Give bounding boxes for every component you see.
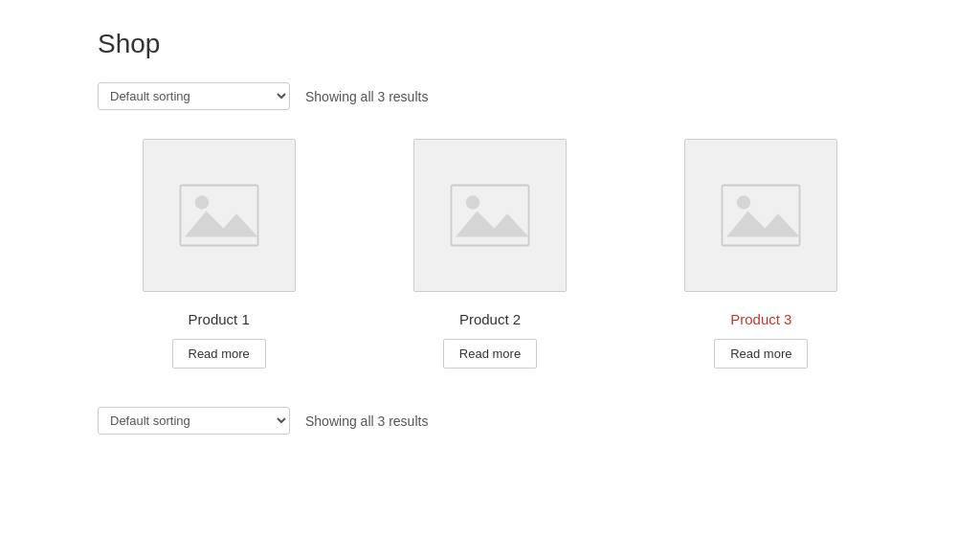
product-image-2 <box>413 139 567 292</box>
top-toolbar: Default sorting Sort by popularity Sort … <box>98 82 882 110</box>
product-name-1: Product 1 <box>189 311 250 327</box>
page-container: Shop Default sorting Sort by popularity … <box>59 0 921 463</box>
svg-point-4 <box>466 195 479 209</box>
svg-marker-2 <box>185 212 258 237</box>
product-card-1: Product 1 Read more <box>98 139 340 369</box>
product-card-3: Product 3 Read more <box>640 139 882 369</box>
results-count-bottom: Showing all 3 results <box>305 414 428 429</box>
product-image-3 <box>684 139 837 292</box>
read-more-button-2[interactable]: Read more <box>443 339 537 369</box>
product-name-2: Product 2 <box>459 311 521 327</box>
results-count-top: Showing all 3 results <box>305 89 428 104</box>
product-card-2: Product 2 Read more <box>368 139 611 369</box>
sort-select-bottom[interactable]: Default sorting Sort by popularity Sort … <box>98 407 290 435</box>
bottom-toolbar: Default sorting Sort by popularity Sort … <box>98 407 882 435</box>
read-more-button-3[interactable]: Read more <box>714 339 808 369</box>
svg-point-1 <box>194 195 208 209</box>
svg-marker-8 <box>726 212 800 237</box>
product-name-3: Product 3 <box>730 311 791 327</box>
page-title: Shop <box>98 29 882 59</box>
product-image-1 <box>143 139 296 292</box>
sort-select-top[interactable]: Default sorting Sort by popularity Sort … <box>98 82 290 110</box>
svg-point-7 <box>737 195 750 209</box>
products-grid: Product 1 Read more Product 2 Read more <box>98 139 882 369</box>
svg-marker-5 <box>456 212 529 237</box>
read-more-button-1[interactable]: Read more <box>172 339 266 369</box>
